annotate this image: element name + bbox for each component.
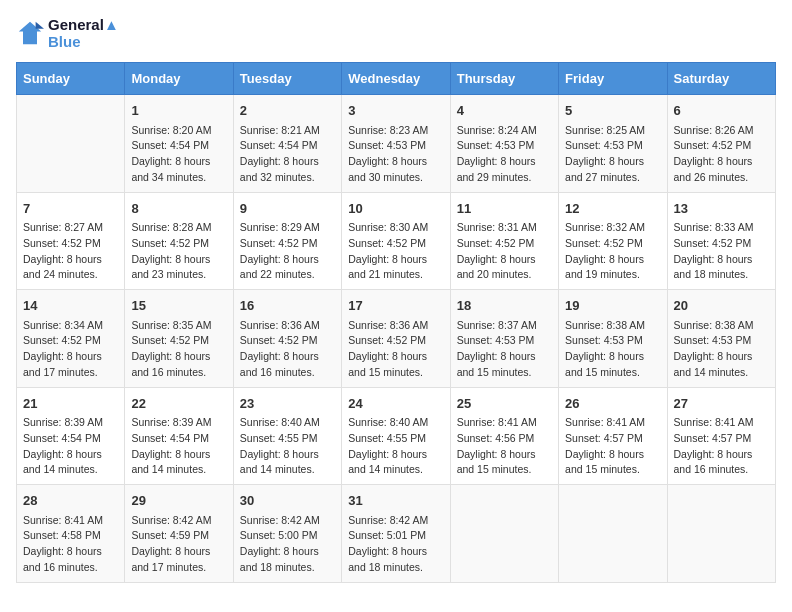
day-info: Sunrise: 8:42 AM Sunset: 5:00 PM Dayligh…: [240, 513, 335, 576]
day-number: 8: [131, 199, 226, 219]
calendar-cell: 26Sunrise: 8:41 AM Sunset: 4:57 PM Dayli…: [559, 387, 667, 485]
day-info: Sunrise: 8:36 AM Sunset: 4:52 PM Dayligh…: [240, 318, 335, 381]
day-number: 20: [674, 296, 769, 316]
calendar-cell: [667, 485, 775, 583]
week-row: 1Sunrise: 8:20 AM Sunset: 4:54 PM Daylig…: [17, 95, 776, 193]
day-info: Sunrise: 8:21 AM Sunset: 4:54 PM Dayligh…: [240, 123, 335, 186]
calendar-cell: 6Sunrise: 8:26 AM Sunset: 4:52 PM Daylig…: [667, 95, 775, 193]
column-header-saturday: Saturday: [667, 63, 775, 95]
day-info: Sunrise: 8:38 AM Sunset: 4:53 PM Dayligh…: [674, 318, 769, 381]
day-number: 25: [457, 394, 552, 414]
calendar-cell: [559, 485, 667, 583]
svg-marker-1: [36, 22, 44, 29]
calendar-cell: 24Sunrise: 8:40 AM Sunset: 4:55 PM Dayli…: [342, 387, 450, 485]
calendar-cell: 13Sunrise: 8:33 AM Sunset: 4:52 PM Dayli…: [667, 192, 775, 290]
day-info: Sunrise: 8:32 AM Sunset: 4:52 PM Dayligh…: [565, 220, 660, 283]
calendar-cell: 20Sunrise: 8:38 AM Sunset: 4:53 PM Dayli…: [667, 290, 775, 388]
calendar-cell: 11Sunrise: 8:31 AM Sunset: 4:52 PM Dayli…: [450, 192, 558, 290]
header-row: SundayMondayTuesdayWednesdayThursdayFrid…: [17, 63, 776, 95]
day-number: 4: [457, 101, 552, 121]
day-info: Sunrise: 8:33 AM Sunset: 4:52 PM Dayligh…: [674, 220, 769, 283]
day-number: 29: [131, 491, 226, 511]
day-info: Sunrise: 8:28 AM Sunset: 4:52 PM Dayligh…: [131, 220, 226, 283]
logo-icon: [16, 19, 44, 47]
day-info: Sunrise: 8:41 AM Sunset: 4:58 PM Dayligh…: [23, 513, 118, 576]
day-info: Sunrise: 8:29 AM Sunset: 4:52 PM Dayligh…: [240, 220, 335, 283]
calendar-cell: 30Sunrise: 8:42 AM Sunset: 5:00 PM Dayli…: [233, 485, 341, 583]
day-number: 2: [240, 101, 335, 121]
calendar-cell: 7Sunrise: 8:27 AM Sunset: 4:52 PM Daylig…: [17, 192, 125, 290]
day-number: 21: [23, 394, 118, 414]
day-info: Sunrise: 8:42 AM Sunset: 5:01 PM Dayligh…: [348, 513, 443, 576]
calendar-cell: [450, 485, 558, 583]
calendar-cell: [17, 95, 125, 193]
day-number: 1: [131, 101, 226, 121]
calendar-cell: 18Sunrise: 8:37 AM Sunset: 4:53 PM Dayli…: [450, 290, 558, 388]
day-info: Sunrise: 8:38 AM Sunset: 4:53 PM Dayligh…: [565, 318, 660, 381]
logo-text: General▲ Blue: [48, 16, 119, 50]
column-header-sunday: Sunday: [17, 63, 125, 95]
calendar-cell: 15Sunrise: 8:35 AM Sunset: 4:52 PM Dayli…: [125, 290, 233, 388]
calendar-cell: 27Sunrise: 8:41 AM Sunset: 4:57 PM Dayli…: [667, 387, 775, 485]
day-info: Sunrise: 8:40 AM Sunset: 4:55 PM Dayligh…: [240, 415, 335, 478]
day-info: Sunrise: 8:23 AM Sunset: 4:53 PM Dayligh…: [348, 123, 443, 186]
day-info: Sunrise: 8:42 AM Sunset: 4:59 PM Dayligh…: [131, 513, 226, 576]
day-number: 7: [23, 199, 118, 219]
day-info: Sunrise: 8:24 AM Sunset: 4:53 PM Dayligh…: [457, 123, 552, 186]
day-number: 11: [457, 199, 552, 219]
day-info: Sunrise: 8:27 AM Sunset: 4:52 PM Dayligh…: [23, 220, 118, 283]
day-number: 24: [348, 394, 443, 414]
column-header-thursday: Thursday: [450, 63, 558, 95]
day-info: Sunrise: 8:37 AM Sunset: 4:53 PM Dayligh…: [457, 318, 552, 381]
day-number: 26: [565, 394, 660, 414]
day-info: Sunrise: 8:26 AM Sunset: 4:52 PM Dayligh…: [674, 123, 769, 186]
calendar-table: SundayMondayTuesdayWednesdayThursdayFrid…: [16, 62, 776, 583]
day-number: 3: [348, 101, 443, 121]
day-info: Sunrise: 8:35 AM Sunset: 4:52 PM Dayligh…: [131, 318, 226, 381]
day-info: Sunrise: 8:25 AM Sunset: 4:53 PM Dayligh…: [565, 123, 660, 186]
calendar-cell: 17Sunrise: 8:36 AM Sunset: 4:52 PM Dayli…: [342, 290, 450, 388]
logo: General▲ Blue: [16, 16, 119, 50]
day-info: Sunrise: 8:40 AM Sunset: 4:55 PM Dayligh…: [348, 415, 443, 478]
day-number: 13: [674, 199, 769, 219]
day-number: 30: [240, 491, 335, 511]
day-info: Sunrise: 8:34 AM Sunset: 4:52 PM Dayligh…: [23, 318, 118, 381]
day-number: 16: [240, 296, 335, 316]
week-row: 28Sunrise: 8:41 AM Sunset: 4:58 PM Dayli…: [17, 485, 776, 583]
calendar-cell: 31Sunrise: 8:42 AM Sunset: 5:01 PM Dayli…: [342, 485, 450, 583]
column-header-tuesday: Tuesday: [233, 63, 341, 95]
day-number: 27: [674, 394, 769, 414]
column-header-wednesday: Wednesday: [342, 63, 450, 95]
page-header: General▲ Blue: [16, 16, 776, 50]
day-number: 18: [457, 296, 552, 316]
calendar-cell: 10Sunrise: 8:30 AM Sunset: 4:52 PM Dayli…: [342, 192, 450, 290]
day-number: 9: [240, 199, 335, 219]
calendar-cell: 12Sunrise: 8:32 AM Sunset: 4:52 PM Dayli…: [559, 192, 667, 290]
day-info: Sunrise: 8:31 AM Sunset: 4:52 PM Dayligh…: [457, 220, 552, 283]
day-info: Sunrise: 8:41 AM Sunset: 4:57 PM Dayligh…: [674, 415, 769, 478]
day-number: 17: [348, 296, 443, 316]
calendar-cell: 1Sunrise: 8:20 AM Sunset: 4:54 PM Daylig…: [125, 95, 233, 193]
calendar-cell: 2Sunrise: 8:21 AM Sunset: 4:54 PM Daylig…: [233, 95, 341, 193]
day-number: 12: [565, 199, 660, 219]
week-row: 21Sunrise: 8:39 AM Sunset: 4:54 PM Dayli…: [17, 387, 776, 485]
day-number: 22: [131, 394, 226, 414]
calendar-cell: 29Sunrise: 8:42 AM Sunset: 4:59 PM Dayli…: [125, 485, 233, 583]
day-number: 19: [565, 296, 660, 316]
day-number: 5: [565, 101, 660, 121]
day-number: 6: [674, 101, 769, 121]
day-info: Sunrise: 8:20 AM Sunset: 4:54 PM Dayligh…: [131, 123, 226, 186]
column-header-friday: Friday: [559, 63, 667, 95]
calendar-cell: 8Sunrise: 8:28 AM Sunset: 4:52 PM Daylig…: [125, 192, 233, 290]
week-row: 7Sunrise: 8:27 AM Sunset: 4:52 PM Daylig…: [17, 192, 776, 290]
column-header-monday: Monday: [125, 63, 233, 95]
calendar-cell: 19Sunrise: 8:38 AM Sunset: 4:53 PM Dayli…: [559, 290, 667, 388]
week-row: 14Sunrise: 8:34 AM Sunset: 4:52 PM Dayli…: [17, 290, 776, 388]
day-info: Sunrise: 8:39 AM Sunset: 4:54 PM Dayligh…: [131, 415, 226, 478]
calendar-cell: 14Sunrise: 8:34 AM Sunset: 4:52 PM Dayli…: [17, 290, 125, 388]
calendar-cell: 5Sunrise: 8:25 AM Sunset: 4:53 PM Daylig…: [559, 95, 667, 193]
calendar-cell: 22Sunrise: 8:39 AM Sunset: 4:54 PM Dayli…: [125, 387, 233, 485]
calendar-cell: 16Sunrise: 8:36 AM Sunset: 4:52 PM Dayli…: [233, 290, 341, 388]
day-info: Sunrise: 8:39 AM Sunset: 4:54 PM Dayligh…: [23, 415, 118, 478]
day-number: 31: [348, 491, 443, 511]
